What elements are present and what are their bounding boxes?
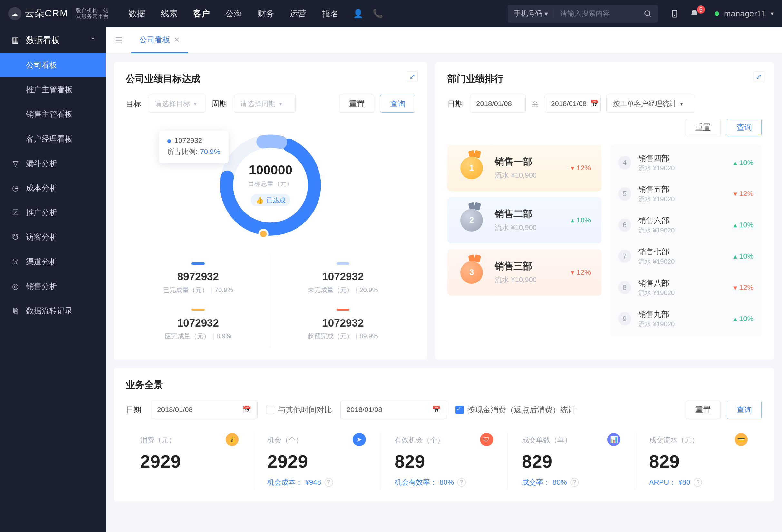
card-target-achievement: ⤢ 公司业绩目标达成 目标 请选择目标▾ 周期 请选择周期▾ 重置 [114,62,427,359]
expand-icon[interactable]: ⤢ [754,71,764,82]
tabbar: ☰ 公司看板 ✕ [106,27,782,54]
checkbox-icon [266,405,274,414]
label-date: 日期 [126,405,141,415]
query-button[interactable]: 查询 [726,401,762,419]
label-period: 周期 [211,99,227,109]
sidebar-group-dashboard[interactable]: ▦数据看板 ⌃ [0,27,106,53]
close-icon[interactable]: ✕ [174,35,180,44]
search-box: 手机号码 ▾ [508,5,657,23]
sidebar-link[interactable]: ⎘数据流转记录 [0,298,106,323]
sidebar-item[interactable]: 公司看板 [0,53,106,77]
help-icon[interactable]: ? [571,478,579,487]
kpi-item: 💳 成交流水（元）829ARPU：¥80? [635,433,762,490]
kpi-icon: ➤ [353,433,366,446]
arrow-up-icon: ▲ [732,222,738,228]
card-title: 公司业绩目标达成 [126,73,415,85]
select-period[interactable]: 请选择周期▾ [234,95,296,112]
nav-item[interactable]: 线索 [161,7,178,20]
metric-item: 1072932超额完成（元）|89.9% [271,302,415,348]
rank-row[interactable]: 6销售六部流水 ¥19020 ▲10% [610,210,762,241]
nav-item[interactable]: 运营 [290,7,307,20]
checkbox-cash[interactable]: 按现金消费（返点后消费）统计 [456,405,576,415]
chevron-down-icon: ▾ [680,100,683,107]
sidebar-item[interactable]: 客户经理看板 [0,127,106,151]
topbar: ☁ 云朵CRM 教育机构一站 式服务云平台 数据线索客户公海财务运营报名 👤 📞… [0,0,782,27]
search-type-select[interactable]: 手机号码 ▾ [508,9,554,19]
arrow-up-icon: ▲ [732,159,738,166]
chevron-down-icon: ▾ [279,100,282,107]
arrow-up-icon: ▲ [732,316,738,322]
channel-icon: ℛ [11,257,20,266]
label-target: 目标 [126,99,141,109]
help-icon[interactable]: ? [325,478,333,487]
device-icon[interactable] [671,8,679,19]
select-target[interactable]: 请选择目标▾ [149,95,206,112]
dashboard-icon: ▦ [11,35,20,44]
user-icon[interactable]: 👤 [353,9,363,19]
date-to[interactable]: 2018/01/08 📅 [545,95,601,112]
expand-icon[interactable]: ⤢ [407,71,418,82]
status-dot-icon [715,11,719,16]
flow-icon: ⎘ [11,306,20,315]
sidebar-item[interactable]: 推广主管看板 [0,77,106,102]
tab-company-board[interactable]: 公司看板 ✕ [131,27,188,54]
chart-icon: ☑ [11,208,20,217]
phone-icon[interactable]: 📞 [372,9,383,19]
arrow-up-icon: ▲ [732,253,738,260]
rank-row[interactable]: 4销售四部流水 ¥19020 ▲10% [610,147,762,178]
sidebar-link[interactable]: ☋访客分析 [0,225,106,249]
select-stat-by[interactable]: 按工单客户经理统计▾ [606,95,694,112]
metric-item: 1072932未完成量（元）|20.9% [271,255,415,301]
chart-center: 100000 目标总量（元） 👍 已达成 [205,163,336,206]
query-button[interactable]: 查询 [726,119,762,136]
metric-item: 8972932已完成量（元）|70.9% [126,255,271,301]
sidebar-item[interactable]: 销售主管看板 [0,102,106,127]
reset-button[interactable]: 重置 [686,401,721,419]
nav-item[interactable]: 报名 [322,7,339,20]
nav-item[interactable]: 客户 [193,7,210,20]
menu-icon[interactable]: ☰ [111,35,126,45]
sidebar-link[interactable]: ☑推广分析 [0,200,106,225]
card-business-overview: 业务全景 日期 2018/01/08 📅 与其他时间对比 2018/01/0 [114,368,774,501]
query-button[interactable]: 查询 [380,95,415,112]
search-icon[interactable] [637,9,657,18]
chevron-down-icon: ▾ [771,10,774,17]
rank-row[interactable]: 5销售五部流水 ¥19020 ▼12% [610,178,762,210]
topbar-actions: manager11 ▾ [671,8,774,19]
top-nav: 数据线索客户公海财务运营报名 [129,7,339,20]
rank-row[interactable]: 8销售八部流水 ¥19020 ▼12% [610,272,762,303]
logo-sub: 教育机构一站 式服务云平台 [72,8,109,19]
sales-icon: ◎ [11,282,20,291]
kpi-item: 🛡 有效机会（个）829机会有效率：80%? [380,433,508,490]
date-input-1[interactable]: 2018/01/08 📅 [151,401,258,419]
checkbox-compare[interactable]: 与其他时间对比 [266,405,332,415]
sidebar-link[interactable]: ▽漏斗分析 [0,151,106,176]
nav-item[interactable]: 财务 [257,7,274,20]
arrow-down-icon: ▼ [732,284,738,291]
rank-top-item[interactable]: 1 销售一部流水 ¥10,900 ▼12% [448,145,602,191]
svg-point-7 [259,229,268,238]
date-from[interactable]: 2018/01/08 [470,95,526,112]
nav-item[interactable]: 公海 [225,7,242,20]
clock-icon: ◷ [11,183,20,192]
rank-row[interactable]: 7销售七部流水 ¥19020 ▲10% [610,241,762,272]
help-icon[interactable]: ? [694,478,702,487]
rank-top-item[interactable]: 2 销售二部流水 ¥10,900 ▲10% [448,197,602,243]
bell-icon[interactable] [689,9,699,19]
rank-row[interactable]: 9销售九部流水 ¥19020 ▲10% [610,303,762,334]
sidebar-link[interactable]: ℛ渠道分析 [0,249,106,274]
reset-button[interactable]: 重置 [686,119,721,136]
sidebar-link[interactable]: ◎销售分析 [0,274,106,298]
reset-button[interactable]: 重置 [339,95,374,112]
kpi-icon: 💰 [226,433,239,446]
main-area: ☰ 公司看板 ✕ ⤢ 公司业绩目标达成 目标 请选择目标▾ 周期 [106,27,782,532]
rank-top-item[interactable]: 3 销售三部流水 ¥10,900 ▼12% [448,249,602,296]
calendar-icon: 📅 [432,405,441,414]
sidebar-link[interactable]: ◷成本分析 [0,176,106,200]
help-icon[interactable]: ? [457,478,466,487]
search-input[interactable] [554,9,637,18]
date-input-2[interactable]: 2018/01/08 📅 [341,401,448,419]
nav-item[interactable]: 数据 [129,7,145,20]
user-menu[interactable]: manager11 ▾ [715,9,774,19]
card-title: 部门业绩排行 [448,73,762,85]
